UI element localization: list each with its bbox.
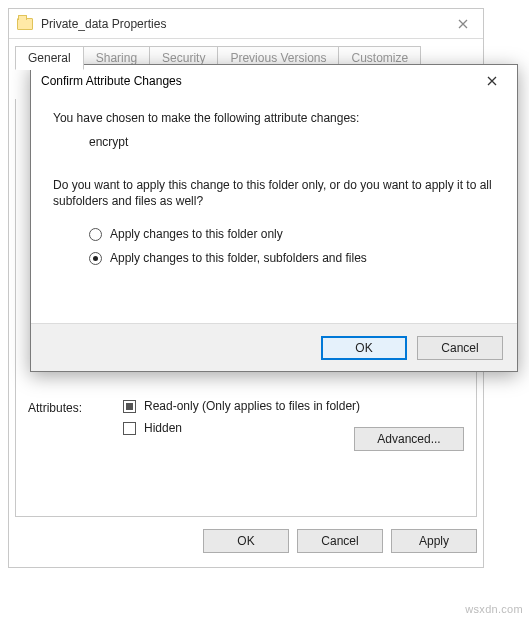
advanced-button[interactable]: Advanced...: [354, 427, 464, 451]
confirm-close-button[interactable]: [471, 67, 513, 95]
confirm-radio-group: Apply changes to this folder only Apply …: [89, 227, 495, 265]
radio-folder-only[interactable]: Apply changes to this folder only: [89, 227, 495, 241]
close-icon: [487, 76, 497, 86]
attributes-options: Read-only (Only applies to files in fold…: [123, 399, 360, 435]
confirm-titlebar: Confirm Attribute Changes: [31, 65, 517, 97]
hidden-checkbox[interactable]: [123, 422, 136, 435]
radio-recursive-label: Apply changes to this folder, subfolders…: [110, 251, 367, 265]
radio-folder-only-input[interactable]: [89, 228, 102, 241]
confirm-intro-text: You have chosen to make the following at…: [53, 111, 495, 125]
confirm-button-row: OK Cancel: [31, 323, 517, 371]
confirm-ok-button[interactable]: OK: [321, 336, 407, 360]
properties-buttons: OK Cancel Apply: [15, 523, 477, 559]
close-icon: [458, 19, 468, 29]
confirm-cancel-button[interactable]: Cancel: [417, 336, 503, 360]
attributes-row: Attributes: Read-only (Only applies to f…: [28, 399, 360, 435]
folder-icon: [17, 18, 33, 30]
properties-ok-button[interactable]: OK: [203, 529, 289, 553]
properties-cancel-button[interactable]: Cancel: [297, 529, 383, 553]
confirm-title: Confirm Attribute Changes: [41, 74, 471, 88]
properties-title: Private_data Properties: [41, 17, 435, 31]
radio-recursive[interactable]: Apply changes to this folder, subfolders…: [89, 251, 495, 265]
properties-titlebar: Private_data Properties: [9, 9, 483, 39]
tab-general[interactable]: General: [15, 46, 84, 70]
watermark: wsxdn.com: [465, 603, 523, 615]
properties-apply-button[interactable]: Apply: [391, 529, 477, 553]
attributes-label: Attributes:: [28, 399, 123, 415]
confirm-question-text: Do you want to apply this change to this…: [53, 177, 495, 209]
readonly-checkbox[interactable]: [123, 400, 136, 413]
hidden-label: Hidden: [144, 421, 182, 435]
readonly-checkbox-row[interactable]: Read-only (Only applies to files in fold…: [123, 399, 360, 413]
confirm-change-value: encrypt: [89, 135, 495, 149]
confirm-body: You have chosen to make the following at…: [31, 97, 517, 265]
confirm-dialog: Confirm Attribute Changes You have chose…: [30, 64, 518, 372]
readonly-label: Read-only (Only applies to files in fold…: [144, 399, 360, 413]
hidden-checkbox-row[interactable]: Hidden: [123, 421, 360, 435]
properties-close-button[interactable]: [443, 9, 483, 39]
radio-folder-only-label: Apply changes to this folder only: [110, 227, 283, 241]
radio-recursive-input[interactable]: [89, 252, 102, 265]
